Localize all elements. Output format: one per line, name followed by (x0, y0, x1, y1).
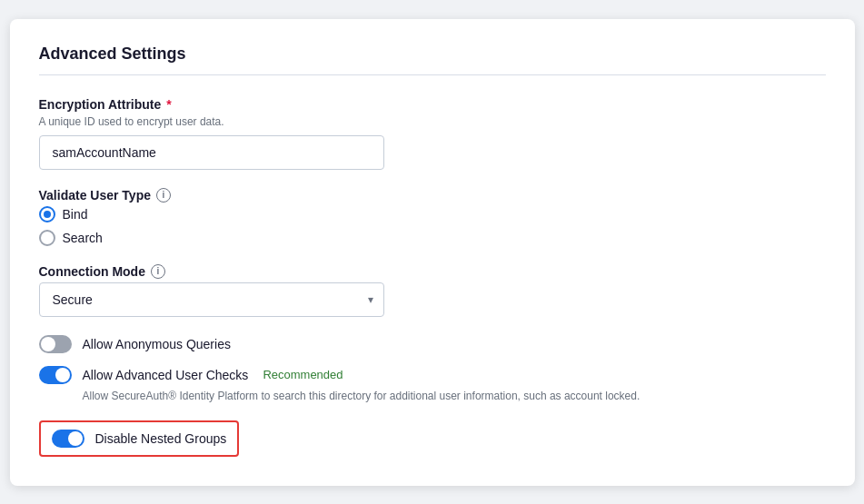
validate-user-type-label: Validate User Type i (39, 188, 826, 203)
connection-mode-label: Connection Mode i (39, 264, 826, 279)
page-title: Advanced Settings (39, 44, 826, 64)
disable-nested-groups-label: Disable Nested Groups (95, 431, 227, 446)
required-indicator: * (166, 97, 171, 112)
encryption-attribute-group: Encryption Attribute * A unique ID used … (39, 97, 826, 170)
radio-bind-outer (39, 206, 55, 222)
allow-advanced-user-checks-description: Allow SecureAuth® Identity Platform to s… (83, 388, 826, 404)
connection-mode-select[interactable]: Secure Plain TLS (39, 282, 384, 317)
validate-user-type-radio-group: Bind Search (39, 206, 826, 246)
connection-mode-info-icon[interactable]: i (151, 264, 165, 279)
toggle-thumb-2 (55, 368, 70, 382)
validate-user-type-group: Validate User Type i Bind Search (39, 188, 826, 246)
allow-advanced-user-checks-toggle[interactable] (39, 366, 72, 384)
radio-bind-label: Bind (63, 207, 88, 222)
allow-anonymous-queries-toggle[interactable] (39, 335, 72, 353)
toggle-thumb (41, 337, 55, 351)
encryption-attribute-input[interactable] (39, 135, 384, 170)
allow-anonymous-queries-label: Allow Anonymous Queries (83, 337, 231, 351)
radio-search-outer (39, 230, 55, 246)
connection-mode-select-wrapper: Secure Plain TLS ▾ (39, 282, 384, 317)
disable-nested-groups-toggle[interactable] (52, 430, 84, 448)
toggle-thumb-3 (68, 431, 83, 446)
radio-option-bind[interactable]: Bind (39, 206, 826, 222)
radio-bind-inner (44, 211, 51, 218)
encryption-attribute-hint: A unique ID used to encrypt user data. (39, 115, 826, 128)
radio-option-search[interactable]: Search (39, 230, 826, 246)
validate-user-type-info-icon[interactable]: i (156, 188, 171, 203)
radio-search-label: Search (63, 231, 103, 245)
allow-advanced-user-checks-row: Allow Advanced User Checks Recommended (39, 366, 826, 384)
recommended-badge: Recommended (263, 368, 343, 381)
encryption-attribute-label: Encryption Attribute * (39, 97, 826, 112)
connection-mode-group: Connection Mode i Secure Plain TLS ▾ (39, 264, 826, 317)
settings-card: Advanced Settings Encryption Attribute *… (10, 19, 855, 486)
disable-nested-groups-highlight-box: Disable Nested Groups (39, 420, 240, 457)
allow-advanced-user-checks-label: Allow Advanced User Checks (83, 368, 249, 382)
allow-anonymous-queries-row: Allow Anonymous Queries (39, 335, 826, 353)
section-divider (39, 74, 826, 75)
